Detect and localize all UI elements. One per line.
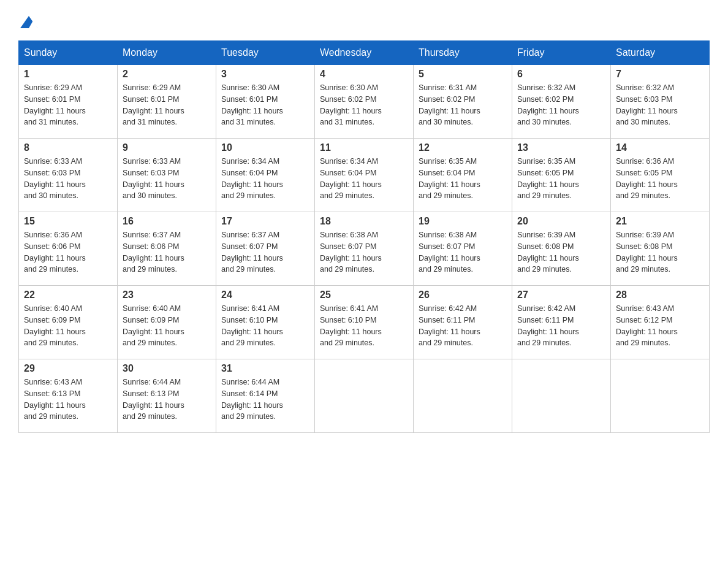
- day-number: 21: [616, 216, 704, 227]
- calendar-cell: [315, 359, 414, 433]
- day-number: 10: [221, 142, 309, 153]
- day-number: 17: [221, 216, 309, 227]
- calendar-cell: 26Sunrise: 6:42 AMSunset: 6:11 PMDayligh…: [414, 286, 512, 359]
- day-number: 20: [517, 216, 605, 227]
- day-info: Sunrise: 6:32 AMSunset: 6:02 PMDaylight:…: [517, 82, 605, 128]
- calendar-cell: 3Sunrise: 6:30 AMSunset: 6:01 PMDaylight…: [216, 65, 315, 139]
- calendar-cell: 2Sunrise: 6:29 AMSunset: 6:01 PMDaylight…: [118, 65, 216, 139]
- calendar-cell: 10Sunrise: 6:34 AMSunset: 6:04 PMDayligh…: [216, 139, 315, 212]
- calendar-header: SundayMondayTuesdayWednesdayThursdayFrid…: [19, 41, 710, 65]
- day-info: Sunrise: 6:39 AMSunset: 6:08 PMDaylight:…: [517, 229, 605, 275]
- calendar-cell: 13Sunrise: 6:35 AMSunset: 6:05 PMDayligh…: [512, 139, 611, 212]
- week-row-3: 15Sunrise: 6:36 AMSunset: 6:06 PMDayligh…: [19, 212, 710, 286]
- day-header-saturday: Saturday: [611, 41, 710, 65]
- calendar-cell: 8Sunrise: 6:33 AMSunset: 6:03 PMDaylight…: [19, 139, 118, 212]
- calendar-cell: 17Sunrise: 6:37 AMSunset: 6:07 PMDayligh…: [216, 212, 315, 286]
- calendar-cell: 28Sunrise: 6:43 AMSunset: 6:12 PMDayligh…: [611, 286, 710, 359]
- calendar-cell: 23Sunrise: 6:40 AMSunset: 6:09 PMDayligh…: [118, 286, 216, 359]
- day-header-thursday: Thursday: [414, 41, 512, 65]
- day-number: 4: [320, 69, 408, 80]
- day-number: 29: [24, 363, 112, 374]
- day-info: Sunrise: 6:44 AMSunset: 6:13 PMDaylight:…: [123, 377, 211, 423]
- week-row-5: 29Sunrise: 6:43 AMSunset: 6:13 PMDayligh…: [19, 359, 710, 433]
- day-number: 5: [419, 69, 507, 80]
- calendar-cell: 4Sunrise: 6:30 AMSunset: 6:02 PMDaylight…: [315, 65, 414, 139]
- calendar-cell: 29Sunrise: 6:43 AMSunset: 6:13 PMDayligh…: [19, 359, 118, 433]
- day-info: Sunrise: 6:38 AMSunset: 6:07 PMDaylight:…: [320, 229, 408, 275]
- calendar-cell: 7Sunrise: 6:32 AMSunset: 6:03 PMDaylight…: [611, 65, 710, 139]
- day-number: 23: [123, 289, 211, 301]
- day-info: Sunrise: 6:41 AMSunset: 6:10 PMDaylight:…: [221, 303, 309, 349]
- week-row-2: 8Sunrise: 6:33 AMSunset: 6:03 PMDaylight…: [19, 139, 710, 212]
- day-number: 13: [517, 142, 605, 153]
- day-number: 15: [24, 216, 112, 227]
- day-info: Sunrise: 6:40 AMSunset: 6:09 PMDaylight:…: [123, 303, 211, 349]
- day-header-tuesday: Tuesday: [216, 41, 315, 65]
- day-number: 28: [616, 289, 704, 301]
- calendar-cell: 18Sunrise: 6:38 AMSunset: 6:07 PMDayligh…: [315, 212, 414, 286]
- day-info: Sunrise: 6:34 AMSunset: 6:04 PMDaylight:…: [221, 156, 309, 202]
- calendar-cell: 16Sunrise: 6:37 AMSunset: 6:06 PMDayligh…: [118, 212, 216, 286]
- day-info: Sunrise: 6:31 AMSunset: 6:02 PMDaylight:…: [419, 82, 507, 128]
- day-info: Sunrise: 6:44 AMSunset: 6:14 PMDaylight:…: [221, 377, 309, 423]
- week-row-4: 22Sunrise: 6:40 AMSunset: 6:09 PMDayligh…: [19, 286, 710, 359]
- day-info: Sunrise: 6:38 AMSunset: 6:07 PMDaylight:…: [419, 229, 507, 275]
- calendar-cell: 15Sunrise: 6:36 AMSunset: 6:06 PMDayligh…: [19, 212, 118, 286]
- calendar-cell: 30Sunrise: 6:44 AMSunset: 6:13 PMDayligh…: [118, 359, 216, 433]
- calendar-cell: 21Sunrise: 6:39 AMSunset: 6:08 PMDayligh…: [611, 212, 710, 286]
- calendar-table: SundayMondayTuesdayWednesdayThursdayFrid…: [18, 40, 710, 433]
- logo: [18, 12, 37, 28]
- calendar-cell: 12Sunrise: 6:35 AMSunset: 6:04 PMDayligh…: [414, 139, 512, 212]
- header-row: SundayMondayTuesdayWednesdayThursdayFrid…: [19, 41, 710, 65]
- day-number: 26: [419, 289, 507, 301]
- day-info: Sunrise: 6:37 AMSunset: 6:06 PMDaylight:…: [123, 229, 211, 275]
- calendar-cell: 25Sunrise: 6:41 AMSunset: 6:10 PMDayligh…: [315, 286, 414, 359]
- calendar-cell: 14Sunrise: 6:36 AMSunset: 6:05 PMDayligh…: [611, 139, 710, 212]
- day-info: Sunrise: 6:41 AMSunset: 6:10 PMDaylight:…: [320, 303, 408, 349]
- day-info: Sunrise: 6:43 AMSunset: 6:12 PMDaylight:…: [616, 303, 704, 349]
- day-number: 30: [123, 363, 211, 374]
- day-number: 1: [24, 69, 112, 80]
- week-row-1: 1Sunrise: 6:29 AMSunset: 6:01 PMDaylight…: [19, 65, 710, 139]
- calendar-cell: 24Sunrise: 6:41 AMSunset: 6:10 PMDayligh…: [216, 286, 315, 359]
- day-number: 9: [123, 142, 211, 153]
- day-info: Sunrise: 6:36 AMSunset: 6:05 PMDaylight:…: [616, 156, 704, 202]
- day-info: Sunrise: 6:33 AMSunset: 6:03 PMDaylight:…: [24, 156, 112, 202]
- calendar-cell: 27Sunrise: 6:42 AMSunset: 6:11 PMDayligh…: [512, 286, 611, 359]
- day-info: Sunrise: 6:30 AMSunset: 6:01 PMDaylight:…: [221, 82, 309, 128]
- day-header-friday: Friday: [512, 41, 611, 65]
- day-number: 22: [24, 289, 112, 301]
- day-header-monday: Monday: [118, 41, 216, 65]
- day-number: 14: [616, 142, 704, 153]
- day-number: 24: [221, 289, 309, 301]
- calendar-cell: 1Sunrise: 6:29 AMSunset: 6:01 PMDaylight…: [19, 65, 118, 139]
- day-number: 8: [24, 142, 112, 153]
- day-header-wednesday: Wednesday: [315, 41, 414, 65]
- day-header-sunday: Sunday: [19, 41, 118, 65]
- day-info: Sunrise: 6:30 AMSunset: 6:02 PMDaylight:…: [320, 82, 408, 128]
- calendar-cell: [611, 359, 710, 433]
- day-number: 11: [320, 142, 408, 153]
- day-number: 12: [419, 142, 507, 153]
- calendar-cell: 5Sunrise: 6:31 AMSunset: 6:02 PMDaylight…: [414, 65, 512, 139]
- calendar-cell: 31Sunrise: 6:44 AMSunset: 6:14 PMDayligh…: [216, 359, 315, 433]
- day-number: 2: [123, 69, 211, 80]
- day-info: Sunrise: 6:39 AMSunset: 6:08 PMDaylight:…: [616, 229, 704, 275]
- day-info: Sunrise: 6:37 AMSunset: 6:07 PMDaylight:…: [221, 229, 309, 275]
- calendar-cell: 22Sunrise: 6:40 AMSunset: 6:09 PMDayligh…: [19, 286, 118, 359]
- day-number: 27: [517, 289, 605, 301]
- day-info: Sunrise: 6:40 AMSunset: 6:09 PMDaylight:…: [24, 303, 112, 349]
- day-number: 25: [320, 289, 408, 301]
- day-number: 19: [419, 216, 507, 227]
- day-info: Sunrise: 6:29 AMSunset: 6:01 PMDaylight:…: [123, 82, 211, 128]
- day-number: 7: [616, 69, 704, 80]
- day-info: Sunrise: 6:32 AMSunset: 6:03 PMDaylight:…: [616, 82, 704, 128]
- day-info: Sunrise: 6:29 AMSunset: 6:01 PMDaylight:…: [24, 82, 112, 128]
- day-info: Sunrise: 6:35 AMSunset: 6:05 PMDaylight:…: [517, 156, 605, 202]
- calendar-cell: 19Sunrise: 6:38 AMSunset: 6:07 PMDayligh…: [414, 212, 512, 286]
- day-info: Sunrise: 6:34 AMSunset: 6:04 PMDaylight:…: [320, 156, 408, 202]
- day-info: Sunrise: 6:43 AMSunset: 6:13 PMDaylight:…: [24, 377, 112, 423]
- day-info: Sunrise: 6:36 AMSunset: 6:06 PMDaylight:…: [24, 229, 112, 275]
- day-info: Sunrise: 6:35 AMSunset: 6:04 PMDaylight:…: [419, 156, 507, 202]
- day-number: 31: [221, 363, 309, 374]
